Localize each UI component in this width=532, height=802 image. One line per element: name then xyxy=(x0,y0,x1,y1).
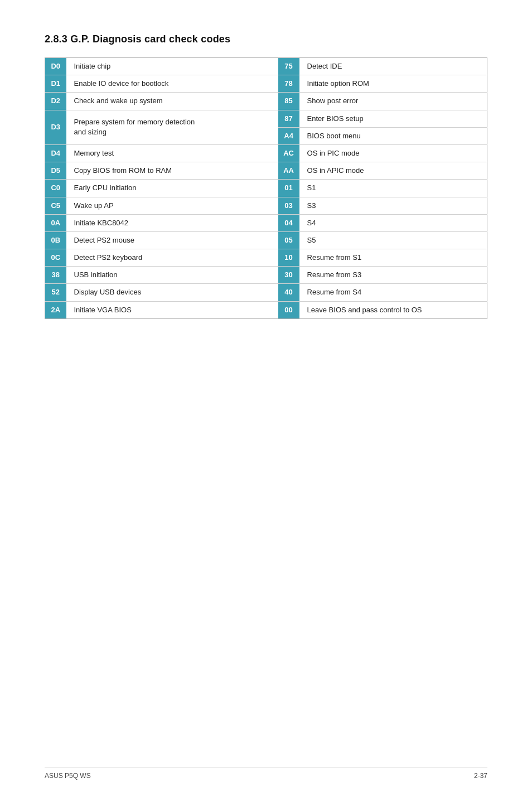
table-row: 52 Display USB devices 40 Resume from S4 xyxy=(45,284,487,301)
table-row: D4 Memory test AC OS in PIC mode xyxy=(45,144,487,162)
desc-cell: Leave BIOS and pass control to OS xyxy=(299,301,487,318)
code-cell: A4 xyxy=(278,127,299,144)
code-cell: 75 xyxy=(278,58,299,75)
code-cell: 40 xyxy=(278,284,299,301)
spacer xyxy=(263,197,278,214)
spacer xyxy=(263,144,278,162)
desc-cell: Early CPU initiation xyxy=(66,180,263,197)
spacer xyxy=(263,214,278,231)
code-cell: 52 xyxy=(45,284,66,301)
code-cell: 04 xyxy=(278,214,299,231)
code-cell: 78 xyxy=(278,75,299,93)
desc-cell: Detect IDE xyxy=(299,58,487,75)
desc-cell: Initiate chip xyxy=(66,58,263,75)
diagnosis-table: D0 Initiate chip 75 Detect IDE D1 Enable… xyxy=(45,57,487,319)
code-cell: D0 xyxy=(45,58,66,75)
spacer xyxy=(263,284,278,301)
desc-cell: Detect PS2 keyboard xyxy=(66,249,263,267)
code-cell: 2A xyxy=(45,301,66,318)
desc-cell: Resume from S3 xyxy=(299,267,487,284)
table-row: D1 Enable IO device for bootlock 78 Init… xyxy=(45,75,487,93)
spacer xyxy=(263,75,278,93)
desc-cell: BIOS boot menu xyxy=(299,127,487,144)
desc-cell: S3 xyxy=(299,197,487,214)
desc-cell: Initiate KBC8042 xyxy=(66,214,263,231)
desc-cell: Show post error xyxy=(299,93,487,110)
page-footer: ASUS P5Q WS 2-37 xyxy=(45,767,487,780)
code-cell: AC xyxy=(278,144,299,162)
code-cell: 03 xyxy=(278,197,299,214)
spacer xyxy=(263,110,278,144)
desc-cell: Copy BIOS from ROM to RAM xyxy=(66,162,263,180)
code-cell: 0C xyxy=(45,249,66,267)
desc-cell: Enter BIOS setup xyxy=(299,110,487,127)
code-cell: 00 xyxy=(278,301,299,318)
desc-cell: S4 xyxy=(299,214,487,231)
spacer xyxy=(263,231,278,249)
code-cell: 85 xyxy=(278,93,299,110)
desc-cell: Initiate VGA BIOS xyxy=(66,301,263,318)
code-cell: 0B xyxy=(45,231,66,249)
table-row: 38 USB initiation 30 Resume from S3 xyxy=(45,267,487,284)
desc-cell: Initiate option ROM xyxy=(299,75,487,93)
table-row: C5 Wake up AP 03 S3 xyxy=(45,197,487,214)
desc-cell: Check and wake up system xyxy=(66,93,263,110)
code-cell: C5 xyxy=(45,197,66,214)
spacer xyxy=(263,93,278,110)
table-row: D3 Prepare system for memory detectionan… xyxy=(45,110,487,127)
section-number: 2.8.3 xyxy=(45,33,67,45)
desc-cell: Prepare system for memory detectionand s… xyxy=(66,110,263,144)
code-cell: D1 xyxy=(45,75,66,93)
table-row: D0 Initiate chip 75 Detect IDE xyxy=(45,58,487,75)
table-row: 2A Initiate VGA BIOS 00 Leave BIOS and p… xyxy=(45,301,487,318)
code-cell: 10 xyxy=(278,249,299,267)
desc-cell: OS in APIC mode xyxy=(299,162,487,180)
section-heading: 2.8.3 G.P. Diagnosis card check codes xyxy=(45,33,487,45)
desc-cell: Detect PS2 mouse xyxy=(66,231,263,249)
desc-cell: Wake up AP xyxy=(66,197,263,214)
table-row: D2 Check and wake up system 85 Show post… xyxy=(45,93,487,110)
section-title: G.P. Diagnosis card check codes xyxy=(70,33,230,45)
table-row: C0 Early CPU initiation 01 S1 xyxy=(45,180,487,197)
code-cell: C0 xyxy=(45,180,66,197)
desc-cell: USB initiation xyxy=(66,267,263,284)
code-cell: D5 xyxy=(45,162,66,180)
desc-cell: Display USB devices xyxy=(66,284,263,301)
code-cell: 05 xyxy=(278,231,299,249)
desc-cell: S1 xyxy=(299,180,487,197)
spacer xyxy=(263,58,278,75)
desc-cell: OS in PIC mode xyxy=(299,144,487,162)
desc-cell: Resume from S4 xyxy=(299,284,487,301)
code-cell: D3 xyxy=(45,110,66,144)
code-cell: AA xyxy=(278,162,299,180)
desc-cell: Resume from S1 xyxy=(299,249,487,267)
table-row: D5 Copy BIOS from ROM to RAM AA OS in AP… xyxy=(45,162,487,180)
code-cell: 87 xyxy=(278,110,299,127)
spacer xyxy=(263,267,278,284)
code-cell: D2 xyxy=(45,93,66,110)
table-row: 0B Detect PS2 mouse 05 S5 xyxy=(45,231,487,249)
desc-cell: Memory test xyxy=(66,144,263,162)
footer-left: ASUS P5Q WS xyxy=(45,772,91,780)
desc-cell: Enable IO device for bootlock xyxy=(66,75,263,93)
table-row: 0C Detect PS2 keyboard 10 Resume from S1 xyxy=(45,249,487,267)
code-cell: 01 xyxy=(278,180,299,197)
table-row: 0A Initiate KBC8042 04 S4 xyxy=(45,214,487,231)
code-cell: 30 xyxy=(278,267,299,284)
desc-cell: S5 xyxy=(299,231,487,249)
spacer xyxy=(263,301,278,318)
spacer xyxy=(263,180,278,197)
footer-right: 2-37 xyxy=(474,772,487,780)
code-cell: 38 xyxy=(45,267,66,284)
spacer xyxy=(263,162,278,180)
spacer xyxy=(263,249,278,267)
code-cell: 0A xyxy=(45,214,66,231)
code-cell: D4 xyxy=(45,144,66,162)
